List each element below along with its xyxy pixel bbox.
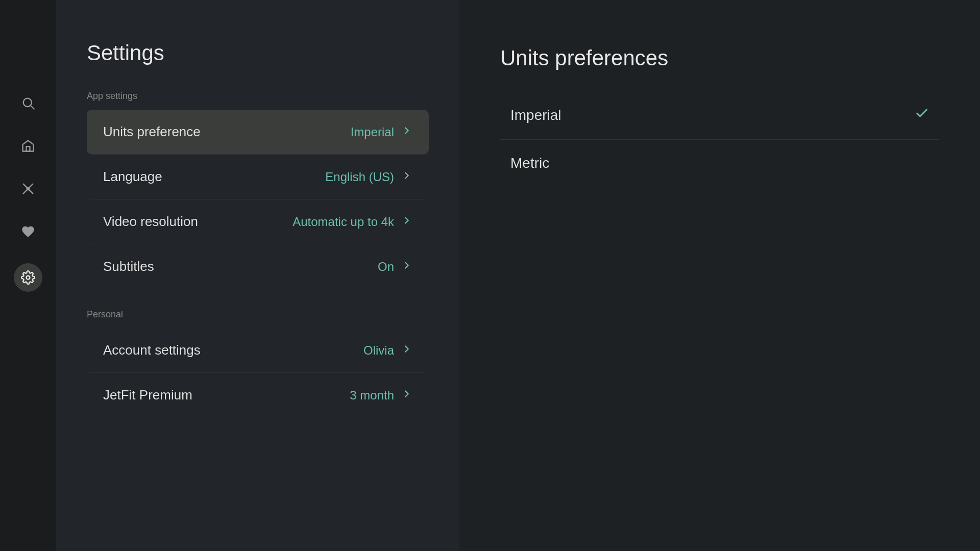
- jetfit-premium-value: 3 month: [350, 388, 394, 403]
- favorites-icon[interactable]: [17, 220, 39, 243]
- subtitles-right: On: [378, 260, 412, 274]
- language-value: English (US): [325, 170, 394, 184]
- account-settings-label: Account settings: [103, 342, 201, 358]
- language-label: Language: [103, 169, 162, 185]
- main-content: Settings App settings Units preference I…: [56, 0, 980, 551]
- svg-line-1: [31, 106, 34, 109]
- account-settings-value: Olivia: [363, 343, 394, 358]
- units-preference-right: Imperial: [351, 125, 412, 139]
- account-settings-right: Olivia: [363, 343, 412, 358]
- metric-option[interactable]: Metric: [500, 140, 939, 187]
- settings-nav-icon[interactable]: [14, 263, 42, 292]
- imperial-check-icon: [915, 106, 929, 124]
- settings-panel: Settings App settings Units preference I…: [56, 0, 459, 551]
- detail-panel: Units preferences Imperial Metric: [459, 0, 980, 551]
- metric-label: Metric: [510, 155, 549, 171]
- personal-label: Personal: [87, 309, 429, 320]
- account-settings-chevron: [401, 343, 412, 358]
- units-preference-chevron: [401, 125, 412, 139]
- imperial-label: Imperial: [510, 107, 561, 123]
- jetfit-premium-right: 3 month: [350, 388, 412, 403]
- units-preference-label: Units preference: [103, 124, 201, 140]
- tools-icon[interactable]: [17, 178, 39, 200]
- video-resolution-item[interactable]: Video resolution Automatic up to 4k: [87, 199, 429, 244]
- units-preference-item[interactable]: Units preference Imperial: [87, 110, 429, 155]
- search-icon[interactable]: [17, 92, 39, 114]
- subtitles-item[interactable]: Subtitles On: [87, 244, 429, 289]
- home-icon[interactable]: [17, 135, 39, 157]
- units-options-list: Imperial Metric: [500, 91, 939, 187]
- units-preference-value: Imperial: [351, 125, 394, 139]
- language-right: English (US): [325, 170, 412, 184]
- svg-rect-2: [27, 146, 30, 151]
- language-chevron: [401, 170, 412, 184]
- svg-point-6: [27, 276, 30, 280]
- jetfit-premium-item[interactable]: JetFit Premium 3 month: [87, 373, 429, 417]
- video-resolution-value: Automatic up to 4k: [292, 215, 394, 229]
- app-settings-list: Units preference Imperial Language Engli…: [87, 110, 429, 289]
- video-resolution-chevron: [401, 215, 412, 229]
- imperial-option[interactable]: Imperial: [500, 91, 939, 140]
- personal-settings-list: Account settings Olivia JetFit Premium 3…: [87, 328, 429, 417]
- subtitles-value: On: [378, 260, 394, 274]
- subtitles-chevron: [401, 260, 412, 274]
- language-item[interactable]: Language English (US): [87, 155, 429, 199]
- subtitles-label: Subtitles: [103, 259, 154, 274]
- sidebar: [0, 0, 56, 551]
- page-title: Settings: [87, 41, 429, 65]
- jetfit-premium-label: JetFit Premium: [103, 387, 192, 403]
- detail-title: Units preferences: [500, 46, 939, 70]
- app-settings-label: App settings: [87, 91, 429, 102]
- video-resolution-label: Video resolution: [103, 214, 198, 230]
- video-resolution-right: Automatic up to 4k: [292, 215, 412, 229]
- jetfit-premium-chevron: [401, 388, 412, 403]
- account-settings-item[interactable]: Account settings Olivia: [87, 328, 429, 373]
